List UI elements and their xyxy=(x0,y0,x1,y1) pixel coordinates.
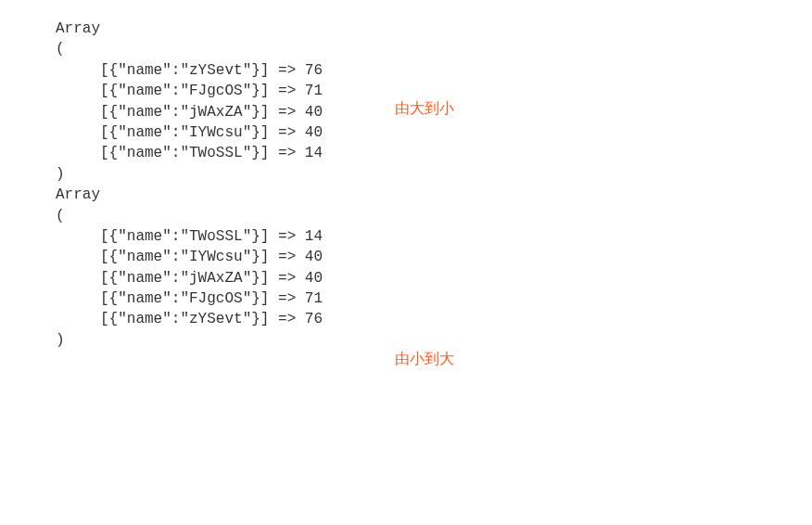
paren-open: ( xyxy=(56,39,812,59)
annotation-asc-sort: 由小到大 xyxy=(395,349,454,369)
code-output: Array ( [{"name":"zYSevt"}] => 76 [{"nam… xyxy=(0,0,812,351)
array-row: [{"name":"zYSevt"}] => 76 xyxy=(56,309,812,329)
array-row: [{"name":"IYWcsu"}] => 40 xyxy=(56,247,812,267)
array-row: [{"name":"IYWcsu"}] => 40 xyxy=(56,122,812,143)
array-row: [{"name":"FJgcOS"}] => 71 xyxy=(56,288,812,309)
paren-close: ) xyxy=(56,164,812,185)
array-keyword: Array xyxy=(56,19,812,39)
array-row: [{"name":"jWAxZA"}] => 40 xyxy=(56,268,812,288)
array-row: [{"name":"TWoSSL"}] => 14 xyxy=(56,143,812,163)
paren-open: ( xyxy=(56,206,812,226)
array-keyword: Array xyxy=(56,185,812,205)
array-row: [{"name":"zYSevt"}] => 76 xyxy=(56,60,812,81)
array-row: [{"name":"TWoSSL"}] => 14 xyxy=(56,226,812,247)
paren-close: ) xyxy=(56,330,812,351)
annotation-desc-sort: 由大到小 xyxy=(395,98,454,119)
